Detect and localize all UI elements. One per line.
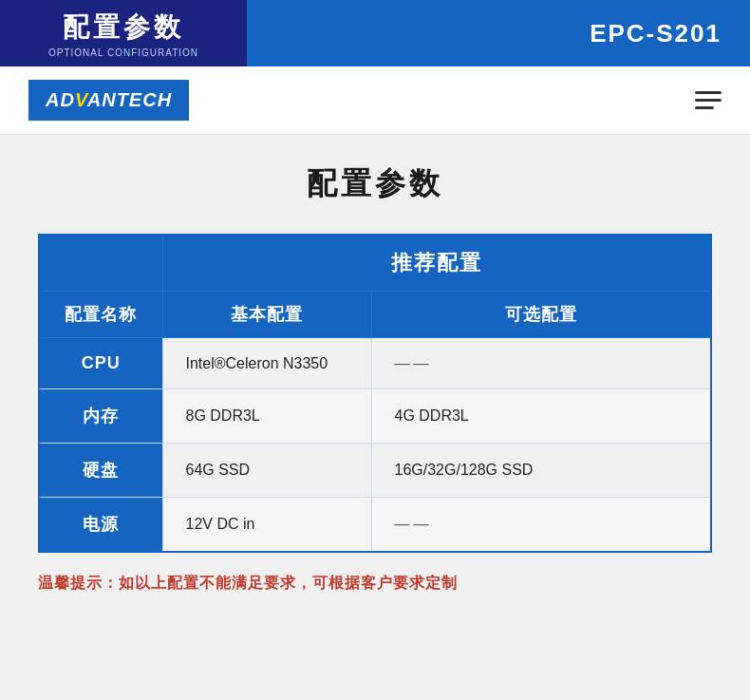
row-optional-0: —— xyxy=(371,338,711,389)
row-optional-3: —— xyxy=(371,498,711,553)
header-title-cn: 配置参数 xyxy=(63,9,184,46)
advantech-logo: ADVANTECH xyxy=(28,80,189,121)
main-content: 配置参数 推荐配置 配置名称 基本配置 可选配置 CPUIntel®Celero… xyxy=(0,135,750,632)
config-table: 推荐配置 配置名称 基本配置 可选配置 CPUIntel®Celeron N33… xyxy=(38,234,712,553)
row-label-1: 内存 xyxy=(39,389,162,444)
table-subheader-row: 配置名称 基本配置 可选配置 xyxy=(39,292,711,338)
table-row: 内存8G DDR3L4G DDR3L xyxy=(39,389,711,444)
col-header-basic: 基本配置 xyxy=(162,292,371,338)
empty-corner-cell xyxy=(39,235,162,292)
row-basic-0: Intel®Celeron N3350 xyxy=(162,338,371,389)
main-header-cell: 推荐配置 xyxy=(162,235,711,292)
table-row: CPUIntel®Celeron N3350—— xyxy=(39,338,711,389)
hamburger-line-1 xyxy=(695,91,722,94)
page-title: 配置参数 xyxy=(38,163,712,205)
menu-hamburger-button[interactable] xyxy=(695,91,722,109)
row-optional-1: 4G DDR3L xyxy=(371,389,711,444)
header-title-en: OPTIONAL CONFIGURATION xyxy=(48,47,198,58)
table-body: CPUIntel®Celeron N3350——内存8G DDR3L4G DDR… xyxy=(39,338,711,553)
table-main-header-row: 推荐配置 xyxy=(39,235,711,292)
header-title-block: 配置参数 OPTIONAL CONFIGURATION xyxy=(0,0,247,66)
row-basic-3: 12V DC in xyxy=(162,498,371,553)
header-product-block: EPC-S201 xyxy=(247,0,750,66)
product-name: EPC-S201 xyxy=(590,19,722,48)
table-row: 硬盘64G SSD16G/32G/128G SSD xyxy=(39,444,711,498)
top-header: 配置参数 OPTIONAL CONFIGURATION EPC-S201 xyxy=(0,0,750,66)
dash-icon: —— xyxy=(395,355,433,371)
col-header-name: 配置名称 xyxy=(39,292,162,338)
row-label-3: 电源 xyxy=(39,498,162,553)
hamburger-line-2 xyxy=(695,99,722,102)
row-optional-2: 16G/32G/128G SSD xyxy=(371,444,711,498)
row-basic-2: 64G SSD xyxy=(162,444,371,498)
col-header-optional: 可选配置 xyxy=(371,292,711,338)
nav-bar: ADVANTECH xyxy=(0,66,750,135)
hamburger-line-3 xyxy=(695,106,714,109)
table-row: 电源12V DC in—— xyxy=(39,498,711,553)
row-label-0: CPU xyxy=(39,338,162,389)
row-label-2: 硬盘 xyxy=(39,444,162,498)
row-basic-1: 8G DDR3L xyxy=(162,389,371,444)
warm-note: 温馨提示：如以上配置不能满足要求，可根据客户要求定制 xyxy=(38,574,712,594)
logo-text: ADVANTECH xyxy=(46,89,172,111)
dash-icon: —— xyxy=(395,516,433,532)
